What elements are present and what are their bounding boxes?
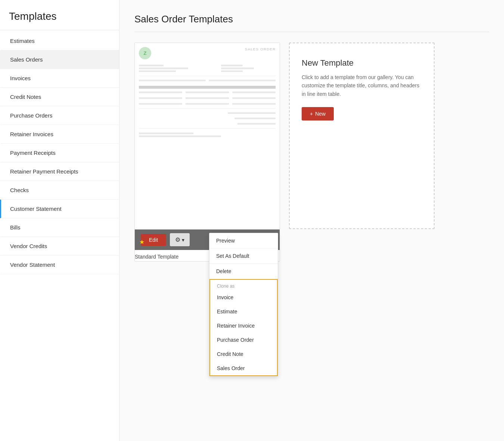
new-template-button[interactable]: + New: [302, 107, 334, 121]
gear-icon: ⚙: [175, 236, 180, 243]
sidebar: Templates Estimates Sales Orders Invoice…: [0, 0, 119, 441]
new-button-label: New: [315, 111, 326, 117]
sidebar-item-customer-statement[interactable]: Customer Statement: [0, 200, 119, 218]
sidebar-item-vendor-credits[interactable]: Vendor Credits: [0, 237, 119, 256]
clone-purchase-order[interactable]: Purchase Order: [210, 333, 277, 347]
clone-credit-note[interactable]: Credit Note: [210, 347, 277, 361]
preview-header: Z SALES ORDER: [139, 47, 276, 59]
clone-retainer-invoice[interactable]: Retainer Invoice: [210, 319, 277, 333]
dropdown-preview[interactable]: Preview: [209, 233, 278, 248]
sidebar-item-bills[interactable]: Bills: [0, 218, 119, 237]
sidebar-item-credit-notes[interactable]: Credit Notes: [0, 88, 119, 106]
clone-section-label: Clone as: [210, 279, 277, 290]
sidebar-item-payment-receipts[interactable]: Payment Receipts: [0, 144, 119, 162]
preview-logo: Z: [139, 47, 151, 59]
dropdown-menu: Preview Set As Default Delete Clone as I…: [209, 233, 278, 376]
preview-info-row: [139, 63, 276, 73]
sidebar-item-retainer-invoices[interactable]: Retainer Invoices: [0, 125, 119, 144]
template-preview[interactable]: Z SALES ORDER: [135, 43, 280, 229]
sidebar-nav: Estimates Sales Orders Invoices Credit N…: [0, 30, 119, 274]
page-title: Sales Order Templates: [134, 13, 489, 32]
sidebar-item-sales-orders[interactable]: Sales Orders: [0, 50, 119, 69]
sidebar-item-estimates[interactable]: Estimates: [0, 32, 119, 50]
sidebar-item-retainer-payment-receipts[interactable]: Retainer Payment Receipts: [0, 162, 119, 181]
standard-template-container: Z SALES ORDER: [134, 43, 280, 262]
gear-dropdown-arrow: ▾: [182, 237, 184, 243]
plus-icon: +: [310, 111, 313, 117]
clone-invoice[interactable]: Invoice: [210, 290, 277, 304]
templates-grid: Z SALES ORDER: [134, 43, 489, 262]
clone-sales-order[interactable]: Sales Order: [210, 361, 277, 375]
sidebar-item-checks[interactable]: Checks: [0, 181, 119, 200]
clone-section: Clone as Invoice Estimate Retainer Invoi…: [209, 279, 278, 376]
new-template-title: New Template: [302, 58, 422, 68]
new-template-description: Click to add a template from our gallery…: [302, 73, 422, 98]
sidebar-item-vendor-statement[interactable]: Vendor Statement: [0, 256, 119, 274]
new-template-card: New Template Click to add a template fro…: [289, 43, 435, 229]
clone-estimate[interactable]: Estimate: [210, 304, 277, 319]
standard-template-card: Z SALES ORDER: [134, 43, 280, 262]
main-content: Sales Order Templates Z SALES ORDER: [119, 0, 504, 441]
dropdown-set-default[interactable]: Set As Default: [209, 248, 278, 264]
star-icon: ★: [139, 238, 144, 245]
edit-button[interactable]: Edit: [141, 234, 166, 246]
preview-content: Z SALES ORDER: [135, 43, 280, 229]
sidebar-title: Templates: [0, 0, 119, 30]
sidebar-item-invoices[interactable]: Invoices: [0, 69, 119, 88]
preview-so-label: SALES ORDER: [245, 47, 276, 51]
dropdown-delete[interactable]: Delete: [209, 264, 278, 279]
gear-settings-button[interactable]: ⚙ ▾: [170, 233, 190, 246]
sidebar-item-purchase-orders[interactable]: Purchase Orders: [0, 106, 119, 125]
